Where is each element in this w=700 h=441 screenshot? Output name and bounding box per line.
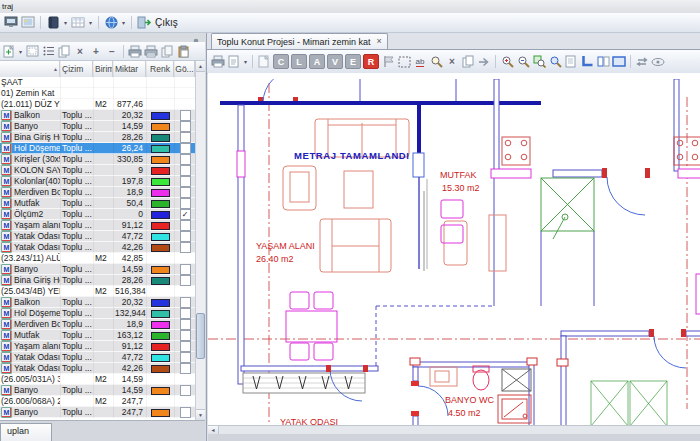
search-icon[interactable] xyxy=(428,54,444,70)
print-icon[interactable] xyxy=(127,43,143,59)
new-page-icon[interactable] xyxy=(256,54,272,70)
table-row[interactable]: MBalkonToplu ...20,32 xyxy=(0,110,195,121)
paste-icon[interactable] xyxy=(175,43,191,59)
layer-l-button[interactable]: L xyxy=(291,54,307,69)
visibility-checkbox[interactable] xyxy=(180,187,191,198)
exit-button[interactable]: Çıkış xyxy=(155,17,178,28)
canvas-hscrollbar[interactable]: ◄ xyxy=(208,425,700,434)
swap-arrows-icon[interactable] xyxy=(634,54,650,70)
table-row[interactable]: MBanyoToplu ...14,59 xyxy=(0,121,195,132)
table-row[interactable]: MMerdiven BoşluğuToplu ...18,9 xyxy=(0,187,195,198)
export-icon[interactable] xyxy=(226,54,242,70)
visibility-checkbox[interactable] xyxy=(180,242,191,253)
column-header-birim[interactable]: Birim xyxy=(93,61,113,77)
copy-icon[interactable] xyxy=(56,43,72,59)
layer-r-button[interactable]: R xyxy=(363,54,379,69)
flag-icon[interactable] xyxy=(380,54,396,70)
list-icon[interactable] xyxy=(40,43,56,59)
table-row[interactable]: MYaşam alanıToplu ...91,12 xyxy=(0,220,195,231)
table-row[interactable]: MKOLON SAYILARIToplu ...9 xyxy=(0,165,195,176)
print-icon[interactable] xyxy=(210,54,226,70)
close-icon[interactable]: × xyxy=(377,37,382,46)
page-preview-icon[interactable] xyxy=(563,54,579,70)
column-header-goster[interactable]: Gö... xyxy=(174,61,195,77)
table-row[interactable]: MBanyoToplu ...14,59 xyxy=(0,264,195,275)
book-icon[interactable] xyxy=(45,15,61,31)
table-row[interactable]: MHol DöşemeToplu ...26,24 xyxy=(0,143,195,154)
visibility-checkbox[interactable] xyxy=(180,176,191,187)
table-row[interactable]: MMerdiven BoşluğuToplu ...18,9 xyxy=(0,319,195,330)
table-row[interactable]: MBanyoToplu ...247,7 xyxy=(0,407,195,418)
visibility-checkbox[interactable] xyxy=(180,297,191,308)
visibility-checkbox[interactable] xyxy=(180,198,191,209)
visibility-checkbox[interactable] xyxy=(180,264,191,275)
visibility-checkbox[interactable] xyxy=(180,363,191,374)
visibility-eye-icon[interactable] xyxy=(650,54,666,70)
table-row[interactable]: MKirişler (30x50)Toplu ...330,85 xyxy=(0,154,195,165)
table-row[interactable]: 01) Zemin Kat xyxy=(0,88,195,99)
visibility-checkbox[interactable] xyxy=(180,341,191,352)
visibility-checkbox[interactable] xyxy=(180,220,191,231)
delete-x-icon[interactable]: × xyxy=(72,43,88,59)
table-row[interactable]: (23.243/11) ALÜM...M242,85 xyxy=(0,253,195,264)
visibility-checkbox[interactable] xyxy=(180,330,191,341)
table-row[interactable]: MHol DöşemeToplu ...132,944 xyxy=(0,308,195,319)
table-row[interactable]: (26.005/031A) 33...M214,59 xyxy=(0,374,195,385)
scrollbar-thumb[interactable] xyxy=(196,313,205,359)
drawing-canvas[interactable]: METRAJ TAMAMLANDI YAŞAM ALANI 26.40 m2 M… xyxy=(208,73,700,425)
column-header-renk[interactable]: Renk xyxy=(146,61,174,77)
go-next-icon[interactable] xyxy=(476,54,492,70)
new-measurement-icon[interactable] xyxy=(1,43,17,59)
remove-minus-icon[interactable]: − xyxy=(104,43,120,59)
table-row[interactable]: MYatak Odası 2Toplu ...42,26 xyxy=(0,363,195,374)
zoom-out-icon[interactable] xyxy=(515,54,531,70)
table-row[interactable]: MBalkonToplu ...20,32 xyxy=(0,297,195,308)
delete-x-icon[interactable]: × xyxy=(444,54,460,70)
table-scrollbar[interactable]: ▲ ▼ xyxy=(195,61,205,420)
scroll-up-icon[interactable]: ▲ xyxy=(196,61,205,72)
zoom-in-icon[interactable] xyxy=(499,54,515,70)
visibility-checkbox[interactable] xyxy=(180,121,191,132)
table-row[interactable]: MYatak OdasıToplu ...47,72 xyxy=(0,352,195,363)
frame-icon[interactable] xyxy=(24,43,40,59)
table-dropdown-icon[interactable]: ▾ xyxy=(87,19,94,26)
copy-icon[interactable] xyxy=(460,54,476,70)
table-row[interactable]: MBina Giriş HolüToplu ...28,26 xyxy=(0,132,195,143)
help-dropdown-icon[interactable]: ▾ xyxy=(120,19,127,26)
table-row[interactable]: MKolonlar(40X60)Toplu ...197,8 xyxy=(0,176,195,187)
table-row[interactable]: ŞAAT xyxy=(0,77,195,88)
table-row[interactable]: MYatak OdasıToplu ...47,72 xyxy=(0,231,195,242)
column-header-name[interactable]: ▲ xyxy=(0,61,60,77)
visibility-checkbox[interactable] xyxy=(180,143,191,154)
table-row[interactable]: (25.043/4B) YENİ ...M2516,384 xyxy=(0,286,195,297)
text-tool-icon[interactable]: ab xyxy=(412,54,428,70)
layer-v-button[interactable]: V xyxy=(327,54,343,69)
zoom-window-icon[interactable] xyxy=(547,54,563,70)
table-icon[interactable] xyxy=(70,15,86,31)
table-row[interactable]: MBanyoToplu ...14,59 xyxy=(0,385,195,396)
visibility-checkbox[interactable] xyxy=(180,352,191,363)
exit-icon[interactable] xyxy=(136,15,152,31)
ruler-icon[interactable] xyxy=(579,54,595,70)
visibility-checkbox[interactable] xyxy=(180,407,191,418)
table-row[interactable]: MÖlçüm2Toplu ...0✓ xyxy=(0,209,195,220)
visibility-checkbox[interactable] xyxy=(180,110,191,121)
visibility-checkbox[interactable] xyxy=(180,319,191,330)
print-list-icon[interactable] xyxy=(143,43,159,59)
new-dropdown-icon[interactable]: ▾ xyxy=(17,48,24,55)
visibility-checkbox[interactable] xyxy=(180,165,191,176)
zoom-extents-icon[interactable] xyxy=(531,54,547,70)
export-dropdown-icon[interactable]: ▾ xyxy=(242,58,249,65)
table-row[interactable]: (21.011) DÜZ YÜZ...M2877,46 xyxy=(0,99,195,110)
table-row[interactable]: MMutfakToplu ...50,4 xyxy=(0,198,195,209)
document-tab[interactable]: Toplu Konut Projesi - Mimari zemin kat × xyxy=(211,33,388,49)
add-plus-icon[interactable]: + xyxy=(88,43,104,59)
book-dropdown-icon[interactable]: ▾ xyxy=(62,19,69,26)
visibility-checkbox[interactable] xyxy=(180,308,191,319)
fit-view-icon[interactable] xyxy=(611,54,627,70)
visibility-checkbox[interactable] xyxy=(180,231,191,242)
visibility-checkbox[interactable] xyxy=(180,385,191,396)
scroll-down-icon[interactable]: ▼ xyxy=(196,409,205,420)
monitor-icon[interactable] xyxy=(3,15,19,31)
help-globe-icon[interactable] xyxy=(103,15,119,31)
